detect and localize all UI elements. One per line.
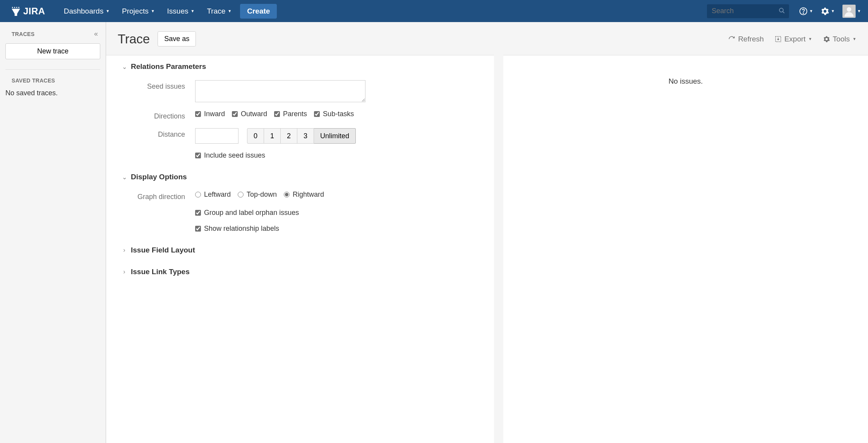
- group-orphan-checkbox[interactable]: [195, 210, 201, 216]
- section-link-types: › Issue Link Types: [118, 268, 482, 276]
- save-as-button[interactable]: Save as: [158, 31, 196, 46]
- logo-text: JIRA: [23, 6, 45, 17]
- direction-outward-checkbox[interactable]: [232, 111, 238, 117]
- chevron-right-icon: ›: [122, 268, 127, 275]
- graph-rightward-radio[interactable]: [284, 192, 290, 197]
- no-issues-text: No issues.: [669, 77, 703, 85]
- chevron-down-icon: ▼: [151, 9, 155, 13]
- svg-point-2: [16, 7, 17, 8]
- section-title: Issue Link Types: [131, 268, 190, 276]
- graph-rightward[interactable]: Rightward: [284, 191, 324, 199]
- directions-label: Directions: [118, 110, 195, 120]
- direction-inward-checkbox[interactable]: [195, 111, 201, 117]
- distance-2[interactable]: 2: [281, 128, 297, 144]
- show-relationship-row: Show relationship labels: [118, 225, 482, 233]
- svg-point-8: [847, 7, 851, 12]
- seed-issues-input[interactable]: [195, 80, 365, 102]
- chevron-right-icon: ›: [122, 247, 127, 254]
- group-orphan[interactable]: Group and label orphan issues: [195, 209, 299, 217]
- chevron-down-icon: ▼: [228, 9, 232, 13]
- content-header: Trace Save as Refresh Export ▼ Tools ▼: [106, 22, 868, 55]
- nav-trace[interactable]: Trace▼: [201, 4, 238, 19]
- chevron-down-icon: ▼: [191, 9, 195, 13]
- graph-topdown[interactable]: Top-down: [238, 191, 277, 199]
- sidebar-header: TRACES «: [5, 30, 100, 38]
- sidebar: TRACES « New trace SAVED TRACES No saved…: [0, 22, 106, 443]
- direction-parents-checkbox[interactable]: [274, 111, 280, 117]
- graph-topdown-radio[interactable]: [238, 192, 244, 197]
- create-button[interactable]: Create: [240, 4, 277, 19]
- seed-issues-row: Seed issues: [118, 80, 482, 102]
- settings-button[interactable]: ▼: [819, 5, 836, 17]
- chevron-down-icon: ▼: [853, 37, 856, 41]
- distance-buttons: 0 1 2 3 Unlimited: [247, 128, 356, 144]
- distance-label: Distance: [118, 128, 195, 139]
- chevron-down-icon: ▼: [831, 9, 835, 13]
- results-pane: No issues.: [503, 55, 868, 443]
- avatar: [842, 5, 856, 18]
- group-orphan-row: Group and label orphan issues: [118, 209, 482, 217]
- traces-label: TRACES: [5, 31, 34, 37]
- content: Trace Save as Refresh Export ▼ Tools ▼: [106, 22, 868, 443]
- chevron-down-icon: ▼: [809, 9, 813, 13]
- graph-direction-row: Graph direction Leftward Top-down Rightw…: [118, 191, 482, 201]
- direction-inward[interactable]: Inward: [195, 110, 225, 118]
- help-icon: [799, 7, 808, 15]
- search-icon: [779, 7, 785, 15]
- search-wrap: [707, 4, 789, 18]
- tools-button[interactable]: Tools ▼: [823, 35, 856, 43]
- direction-subtasks-checkbox[interactable]: [314, 111, 320, 117]
- direction-parents[interactable]: Parents: [274, 110, 307, 118]
- form-pane: ⌄ Relations Parameters Seed issues Direc…: [106, 55, 494, 443]
- svg-point-1: [14, 7, 15, 8]
- nav-dashboards[interactable]: Dashboards▼: [58, 4, 116, 19]
- section-header-field-layout[interactable]: › Issue Field Layout: [118, 246, 482, 254]
- distance-input[interactable]: [195, 128, 238, 144]
- nav-issues[interactable]: Issues▼: [161, 4, 201, 19]
- svg-point-0: [12, 7, 13, 8]
- distance-3[interactable]: 3: [297, 128, 314, 144]
- refresh-button[interactable]: Refresh: [728, 35, 764, 43]
- chevron-down-icon: ▼: [106, 9, 110, 13]
- svg-point-7: [803, 13, 804, 14]
- include-seed[interactable]: Include seed issues: [195, 151, 265, 160]
- show-relationship[interactable]: Show relationship labels: [195, 225, 279, 233]
- section-header-display[interactable]: ⌄ Display Options: [118, 173, 482, 181]
- graph-leftward[interactable]: Leftward: [195, 191, 231, 199]
- section-title: Relations Parameters: [131, 62, 206, 71]
- jira-logo[interactable]: JIRA: [11, 6, 45, 17]
- direction-subtasks[interactable]: Sub-tasks: [314, 110, 354, 118]
- search-input[interactable]: [707, 4, 789, 18]
- show-relationship-checkbox[interactable]: [195, 226, 201, 232]
- direction-outward[interactable]: Outward: [232, 110, 267, 118]
- chevron-down-icon: ⌄: [122, 173, 127, 181]
- svg-point-4: [779, 8, 783, 12]
- include-seed-checkbox[interactable]: [195, 153, 201, 158]
- distance-0[interactable]: 0: [247, 128, 264, 144]
- help-button[interactable]: ▼: [798, 5, 815, 17]
- nav-right: ▼ ▼ ▼: [798, 3, 863, 19]
- collapse-sidebar-icon[interactable]: «: [94, 30, 100, 38]
- nav-items: Dashboards▼ Projects▼ Issues▼ Trace▼ Cre…: [58, 4, 277, 19]
- section-header-link-types[interactable]: › Issue Link Types: [118, 268, 482, 276]
- top-nav: JIRA Dashboards▼ Projects▼ Issues▼ Trace…: [0, 0, 868, 22]
- graph-direction-label: Graph direction: [118, 191, 195, 201]
- section-header-relations[interactable]: ⌄ Relations Parameters: [118, 62, 482, 71]
- header-actions: Refresh Export ▼ Tools ▼: [728, 35, 856, 43]
- chevron-down-icon: ▼: [808, 37, 812, 41]
- gear-icon: [823, 36, 830, 43]
- no-saved-text: No saved traces.: [5, 89, 100, 97]
- jira-logo-icon: [11, 6, 21, 16]
- profile-button[interactable]: ▼: [841, 3, 863, 19]
- chevron-down-icon: ⌄: [122, 63, 127, 70]
- export-button[interactable]: Export ▼: [775, 35, 812, 43]
- section-relations: ⌄ Relations Parameters Seed issues Direc…: [118, 62, 482, 160]
- distance-unlimited[interactable]: Unlimited: [314, 128, 356, 144]
- saved-traces-label: SAVED TRACES: [5, 77, 100, 84]
- graph-leftward-radio[interactable]: [195, 192, 201, 197]
- person-icon: [844, 6, 854, 17]
- new-trace-button[interactable]: New trace: [5, 43, 100, 59]
- distance-1[interactable]: 1: [264, 128, 281, 144]
- svg-point-3: [18, 7, 19, 8]
- nav-projects[interactable]: Projects▼: [116, 4, 161, 19]
